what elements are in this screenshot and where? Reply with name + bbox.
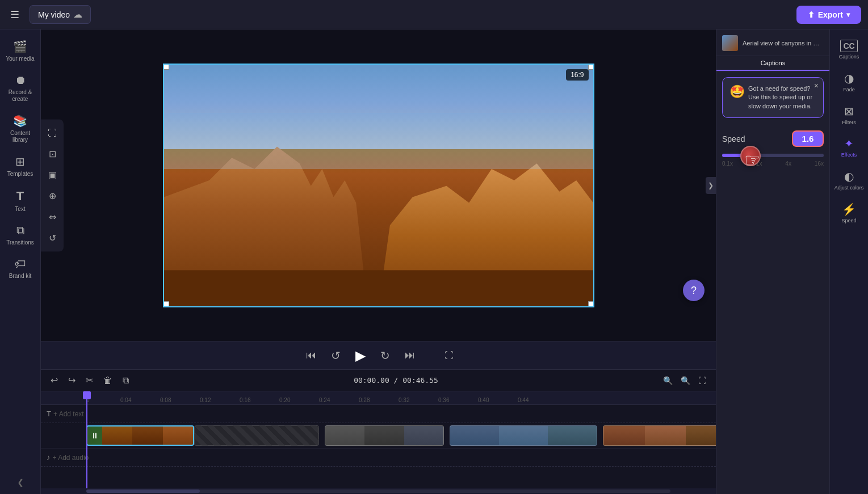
- adjust-colors-icon: ◐: [844, 170, 854, 183]
- rewind-button[interactable]: ↺: [329, 347, 343, 365]
- handle-bottom-left[interactable]: [163, 301, 169, 307]
- rp-video-title: Aerial view of canyons in Monu...: [743, 40, 824, 47]
- video-track-row: ⏸: [41, 423, 716, 449]
- menu-button[interactable]: ☰: [7, 5, 23, 24]
- rotate-button[interactable]: ↺: [43, 228, 61, 247]
- fullscreen-button[interactable]: ⛶: [445, 351, 454, 361]
- rp-video-thumbnail: [722, 35, 738, 51]
- tooltip-emoji: 🤩: [729, 85, 745, 99]
- clip-striped[interactable]: [194, 425, 319, 446]
- play-button[interactable]: ▶: [353, 345, 368, 366]
- clip-4-thumbs: [603, 426, 716, 445]
- brand-kit-icon: 🏷: [15, 257, 26, 271]
- sidebar-item-label-brand-kit: Brand kit: [9, 273, 31, 280]
- tooltip-close-button[interactable]: ×: [814, 81, 819, 90]
- right-icon-filters[interactable]: ⊠ Filters: [832, 100, 867, 130]
- handle-top-left[interactable]: [163, 64, 169, 70]
- sidebar-collapse-button[interactable]: ❯: [17, 479, 24, 488]
- clip-4-thumb-2: [645, 426, 686, 445]
- content-library-icon: 📚: [13, 114, 27, 128]
- undo-button[interactable]: ↩: [48, 373, 61, 387]
- thumb-3: [163, 427, 193, 445]
- clip-4[interactable]: [603, 425, 716, 446]
- video-frame[interactable]: [163, 64, 594, 307]
- zoom-in-button[interactable]: 🔍: [678, 374, 693, 387]
- speed-tooltip: × 🤩 Got a need for speed? Use this to sp…: [722, 77, 824, 118]
- handle-top-right[interactable]: [588, 64, 594, 70]
- ruler-24: 0:24: [319, 397, 330, 403]
- sidebar-item-record-create[interactable]: ⏺ Record & create: [2, 69, 39, 107]
- redo-button[interactable]: ↪: [65, 373, 78, 387]
- your-media-icon: 🎬: [13, 40, 27, 53]
- sidebar-item-brand-kit[interactable]: 🏷 Brand kit: [2, 253, 39, 284]
- ruler-4: 0:04: [120, 397, 131, 403]
- timeline-tracks[interactable]: 0 0:04 0:08 0:12 0:16 0:20 0:24 0:28 0:3…: [41, 391, 716, 488]
- sidebar-item-text[interactable]: T Text: [2, 184, 39, 217]
- right-expand-button[interactable]: ❯: [706, 177, 716, 194]
- filters-icon: ⊠: [844, 104, 854, 118]
- flip-button[interactable]: ⇔: [43, 207, 61, 226]
- record-create-icon: ⏺: [15, 74, 26, 87]
- timeline-ruler: 0 0:04 0:08 0:12 0:16 0:20 0:24 0:28 0:3…: [41, 391, 716, 405]
- clip-main[interactable]: ⏸: [86, 425, 194, 446]
- clip-main-thumbs: [102, 427, 193, 445]
- ruler-28: 0:28: [359, 397, 370, 403]
- clip-4-thumb-1: [603, 426, 645, 445]
- zoom-out-button[interactable]: 🔍: [660, 374, 676, 387]
- sidebar-item-transitions[interactable]: ⧉ Transitions: [2, 219, 39, 251]
- topbar-right: ⬆ Export ▾: [796, 6, 861, 24]
- speed-slider-track[interactable]: [722, 154, 824, 157]
- right-icon-adjust-colors[interactable]: ◐ Adjust colors: [832, 165, 867, 196]
- clip-3-thumbs: [450, 426, 597, 445]
- export-button[interactable]: ⬆ Export ▾: [796, 6, 861, 24]
- speed-mark-4: 4x: [785, 161, 791, 167]
- right-icon-captions[interactable]: CC Captions: [832, 35, 867, 65]
- speed-mark-01: 0.1x: [722, 161, 733, 167]
- forward-button[interactable]: ↻: [378, 347, 392, 365]
- zoom-fit-button[interactable]: ⊕: [43, 186, 61, 205]
- preview-button[interactable]: ▣: [43, 165, 61, 184]
- right-icon-label-filters: Filters: [842, 120, 856, 126]
- playhead-head: [83, 391, 91, 399]
- timecode-display: 00:00.00 / 00:46.55: [136, 376, 656, 385]
- copy-button[interactable]: ⧉: [120, 374, 132, 387]
- right-icon-effects[interactable]: ✦ Effects: [832, 132, 867, 163]
- timeline-toolbar: ↩ ↪ ✂ 🗑 ⧉ 00:00.00 / 00:46.55 🔍 🔍 ⛶: [41, 370, 716, 391]
- scrollbar-track[interactable]: [86, 489, 670, 493]
- sidebar-item-your-media[interactable]: 🎬 Your media: [2, 35, 39, 67]
- tooltip-text: Got a need for speed? Use this to speed …: [748, 85, 816, 111]
- handle-bottom-right[interactable]: [588, 301, 594, 307]
- sidebar-item-templates[interactable]: ⊞ Templates: [2, 150, 39, 182]
- speed-value-box[interactable]: 1.6: [792, 130, 824, 147]
- skip-forward-button[interactable]: ⏭: [402, 347, 417, 364]
- sidebar-item-content-library[interactable]: 📚 Content library: [2, 109, 39, 148]
- playhead[interactable]: [86, 391, 87, 488]
- help-button[interactable]: ?: [683, 280, 705, 301]
- ruler-40: 0:40: [478, 397, 489, 403]
- zoom-controls: 🔍 🔍 ⛶: [660, 374, 709, 387]
- rp-video-info: Aerial view of canyons in Monu...: [716, 29, 829, 56]
- sidebar-item-label-content-library: Content library: [5, 130, 36, 143]
- add-audio-row[interactable]: ♪ + Add audio: [41, 449, 716, 467]
- skip-back-button[interactable]: ⏮: [304, 347, 318, 364]
- delete-button[interactable]: 🗑: [100, 374, 115, 387]
- clip-2[interactable]: [325, 425, 444, 446]
- project-name-button[interactable]: My video ☁: [30, 5, 91, 24]
- topbar-left: ☰ My video ☁: [7, 5, 91, 24]
- expand-timeline-button[interactable]: ⛶: [695, 374, 709, 387]
- right-icon-speed[interactable]: ⚡ Speed: [832, 198, 867, 229]
- video-track-content: ⏸: [86, 423, 716, 448]
- tab-captions[interactable]: Captions: [716, 56, 829, 71]
- speed-header: Speed 1.6: [722, 130, 824, 147]
- fit-button[interactable]: ⛶: [43, 124, 61, 142]
- add-text-row[interactable]: T + Add text: [41, 405, 716, 423]
- right-icon-fade[interactable]: ◑ Fade: [832, 67, 867, 98]
- main-area: 🎬 Your media ⏺ Record & create 📚 Content…: [0, 29, 868, 494]
- topbar: ☰ My video ☁ ⬆ Export ▾: [0, 0, 868, 29]
- cut-button[interactable]: ✂: [83, 373, 96, 387]
- scrollbar-thumb[interactable]: [86, 489, 200, 493]
- crop-button[interactable]: ⊡: [43, 144, 61, 163]
- clip-3[interactable]: [450, 425, 597, 446]
- fade-icon: ◑: [844, 71, 854, 85]
- speed-knob[interactable]: [740, 146, 761, 166]
